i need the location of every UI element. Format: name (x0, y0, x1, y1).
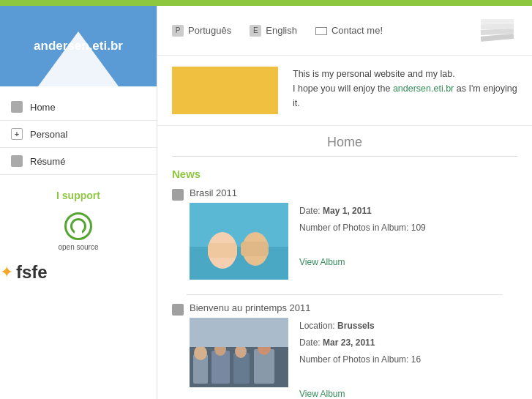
nav-english-label: English (266, 25, 297, 36)
logo-area: andersen.eti.br (0, 6, 157, 86)
news-item-2-content: Bienvenu au printemps 2011 (190, 302, 421, 399)
content-area: P Português E English Contact me! (157, 6, 532, 399)
top-nav: P Português E English Contact me! (157, 6, 532, 56)
hero-text1: This is my personal website and my lab. (293, 69, 455, 79)
hero-link[interactable]: andersen.eti.br (393, 83, 454, 94)
flag-en-icon: E (250, 25, 261, 37)
nav-contact-label: Contact me! (331, 25, 383, 36)
i-support-section: I support open source ✦ fsfe (0, 190, 157, 283)
hero-image (172, 67, 278, 114)
news-item-2-photos-label: Number of Photos in Album: (299, 354, 408, 365)
news-item-1: Brasil 2011 (172, 187, 517, 280)
news-item-2-date-value: Mar 23, 2011 (323, 338, 375, 348)
hero-text2: I hope you will enjoy the (293, 83, 393, 94)
sidebar: andersen.eti.br Home + Personal Résumé I… (0, 6, 157, 399)
nav-english[interactable]: E English (250, 25, 297, 37)
page-title: Home (172, 126, 517, 157)
nav-item-personal[interactable]: + Personal (0, 121, 157, 148)
svg-rect-8 (208, 243, 237, 258)
nav-item-home[interactable]: Home (0, 94, 157, 121)
i-support-title: I support (0, 190, 157, 201)
news-item-1-title: Brasil 2011 (190, 187, 426, 198)
nav-portugues[interactable]: P Português (172, 25, 231, 37)
news-item-2-body: Location: Brussels Date: Mar 23, 2011 Nu… (190, 318, 421, 399)
hero-section: This is my personal website and my lab. … (157, 56, 532, 126)
svg-rect-20 (190, 318, 288, 347)
news-divider (187, 294, 503, 295)
svg-rect-3 (481, 19, 514, 24)
news-item-1-photo (190, 203, 288, 280)
svg-rect-5 (190, 247, 288, 280)
nav-menu: Home + Personal Résumé (0, 94, 157, 175)
news-item-2-location-value: Brussels (337, 321, 375, 331)
news-item-1-date-value: May 1, 2011 (323, 206, 372, 216)
nav-item-resume-label: Résumé (30, 156, 65, 167)
news-item-1-photos-label: Number of Photos in Album: (299, 223, 408, 233)
svg-point-16 (194, 346, 207, 360)
open-source-logo: open source (0, 212, 157, 251)
flag-pt-icon: P (172, 25, 184, 37)
open-source-label: open source (58, 243, 98, 251)
nav-contact[interactable]: Contact me! (315, 25, 383, 36)
site-logo-text: andersen.eti.br (34, 39, 123, 53)
envelope-icon (315, 27, 327, 35)
news-item-1-view-album[interactable]: View Album (299, 254, 426, 271)
news-item-2-photo (190, 318, 288, 387)
osi-notch (75, 230, 82, 234)
news-item-2: Bienvenu au printemps 2011 (172, 302, 517, 399)
svg-rect-2 (481, 24, 514, 30)
news-item-2-date-label: Date: (299, 338, 321, 348)
news-item-2-icon (172, 304, 184, 316)
osi-inner (70, 218, 86, 234)
news-item-1-meta: Date: May 1, 2011 Number of Photos in Al… (299, 203, 426, 271)
fsfe-star-icon: ✦ (0, 263, 13, 282)
svg-rect-9 (241, 242, 269, 256)
news-item-2-title: Bienvenu au printemps 2011 (190, 302, 421, 313)
news-item-2-location-label: Location: (299, 321, 335, 331)
news-item-2-photos-value: 16 (411, 354, 421, 365)
top-nav-wrapper: P Português E English Contact me! (172, 15, 517, 46)
nav-item-resume[interactable]: Résumé (0, 148, 157, 175)
fsfe-logo: ✦ fsfe (0, 262, 157, 283)
book-stack-icon (477, 15, 517, 46)
resume-nav-icon (11, 155, 23, 167)
fsfe-text: fsfe (16, 262, 48, 283)
personal-nav-icon: + (11, 128, 23, 140)
nav-item-personal-label: Personal (30, 129, 67, 140)
home-nav-icon (11, 101, 23, 113)
nav-item-home-label: Home (30, 102, 56, 113)
osi-circle (64, 212, 92, 240)
news-heading: News (172, 168, 517, 180)
nav-portugues-label: Português (188, 25, 231, 36)
news-item-1-photos-value: 109 (411, 223, 426, 233)
news-item-2-meta: Location: Brussels Date: Mar 23, 2011 Nu… (299, 318, 421, 399)
hero-text: This is my personal website and my lab. … (293, 67, 517, 111)
news-item-1-body: Date: May 1, 2011 Number of Photos in Al… (190, 203, 426, 280)
news-section: News Brasil 2011 (157, 157, 532, 399)
news-item-1-content: Brasil 2011 (190, 187, 426, 280)
news-item-1-date-label: Date: (299, 206, 321, 216)
news-item-2-view-album[interactable]: View Album (299, 386, 421, 399)
top-bar (0, 0, 532, 6)
news-item-1-icon (172, 189, 184, 201)
